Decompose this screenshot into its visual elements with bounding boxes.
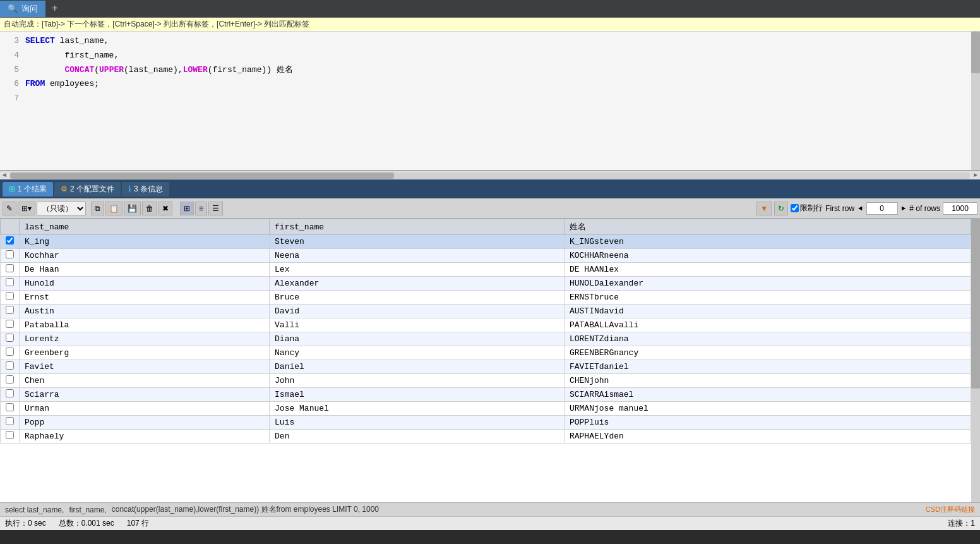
table-row[interactable]: PoppLuisPOPPluis [1,416,971,430]
first-name-cell: Ismael [270,388,565,402]
rows-input[interactable] [943,202,977,215]
row-checkbox-cell [1,277,20,291]
row-checkbox[interactable] [6,292,14,300]
concat-cell: FAVIETdaniel [564,360,971,374]
toolbar-mode-btn[interactable]: ⊞▾ [18,202,35,215]
row-checkbox[interactable] [6,348,14,356]
first-row-prev[interactable]: ◄ [857,203,864,214]
status-bar: select last_name, first_name, concat(upp… [0,502,980,516]
editor-vscroll[interactable] [971,32,980,170]
toolbar-paste-btn[interactable]: 📋 [105,202,122,215]
toolbar-save-btn[interactable]: 💾 [124,202,141,215]
row-checkbox[interactable] [6,278,14,286]
row-checkbox[interactable] [6,375,14,384]
connection-info: 连接：1 [948,518,975,529]
toolbar-list-btn[interactable]: ≡ [195,202,207,215]
concat-cell: LORENTZdiana [564,332,971,346]
concat-cell: RAPHAELYden [564,430,971,444]
status-watermark: CSD注释码链接 [926,505,975,514]
line-content: CONCAT(UPPER(last_name),LOWER(first_name… [25,64,293,77]
editor-hscroll[interactable]: ◄ ► [0,171,980,179]
first-name-cell: John [270,374,565,388]
table-row[interactable]: FavietDanielFAVIETdaniel [1,360,971,374]
row-checkbox[interactable] [6,389,14,397]
tab-results[interactable]: ⊞ 1 个结果 [3,182,53,196]
line-content: first_name, [25,49,119,63]
row-checkbox[interactable] [6,334,14,342]
row-checkbox-cell [1,416,20,430]
last-name-cell: Chen [20,374,270,388]
new-tab-button[interactable]: + [45,1,64,17]
col-header-concat[interactable]: 姓名 [564,219,971,235]
row-checkbox-cell [1,263,20,277]
row-checkbox-cell [1,374,20,388]
line-number: 3 [0,35,25,48]
toolbar-edit-btn[interactable]: ✎ [3,202,16,215]
sql-line: 7 [0,92,980,106]
toolbar-grid-btn[interactable]: ⊞ [180,202,194,215]
sql-editor[interactable]: 3SELECT last_name,4 first_name,5 CONCAT(… [0,32,980,171]
col-header-check [1,219,20,235]
refresh-btn[interactable]: ↻ [774,202,788,215]
concat-cell: POPPluis [564,416,971,430]
row-checkbox[interactable] [6,431,14,439]
row-checkbox[interactable] [6,403,14,411]
first-name-cell: Den [270,430,565,444]
row-checkbox[interactable] [6,236,14,245]
line-content: FROM employees; [25,78,99,91]
row-checkbox[interactable] [6,417,14,425]
row-checkbox[interactable] [6,320,14,328]
first-row-input[interactable] [866,202,898,215]
tab-info[interactable]: ℹ 3 条信息 [122,182,169,196]
table-row[interactable]: RaphaelyDenRAPHAELYden [1,430,971,444]
row-checkbox[interactable] [6,361,14,370]
query-tab[interactable]: 🔍 询问 [0,1,45,17]
readonly-select[interactable]: （只读） [37,202,86,215]
filter-btn[interactable]: ▼ [756,202,772,215]
code-token: first_name, [25,51,119,60]
line-number: 5 [0,64,25,77]
table-row[interactable]: HunoldAlexanderHUNOLDalexander [1,277,971,291]
data-table-container[interactable]: last_name first_name 姓名 K_ingStevenK_ING… [0,219,971,502]
row-checkbox-cell [1,318,20,332]
line-number: 7 [0,92,25,106]
table-row[interactable]: LorentzDianaLORENTZdiana [1,332,971,346]
table-row[interactable]: K_ingStevenK_INGsteven [1,235,971,249]
first-name-cell: Lex [270,263,565,277]
toolbar-copy-btn[interactable]: ⧉ [91,202,104,215]
first-row-next[interactable]: ► [900,203,907,214]
line-number: 4 [0,49,25,63]
first-row-label: First row [825,204,854,213]
tab-config[interactable]: ⚙ 2 个配置文件 [54,182,121,196]
code-token: last_name, [60,36,109,45]
table-row[interactable]: GreenbergNancyGREENBERGnancy [1,346,971,360]
row-checkbox[interactable] [6,250,14,258]
config-tab-icon: ⚙ [61,184,68,193]
table-vscroll[interactable] [971,219,980,502]
concat-cell: CHENjohn [564,374,971,388]
col-header-last-name[interactable]: last_name [20,219,270,235]
first-name-cell: Neena [270,249,565,263]
table-row[interactable]: KochharNeenaKOCHHARneena [1,249,971,263]
concat-cell: HUNOLDalexander [564,277,971,291]
row-checkbox[interactable] [6,306,14,314]
toolbar-clear-btn[interactable]: ✖ [158,202,172,215]
sql-line: 5 CONCAT(UPPER(last_name),LOWER(first_na… [0,63,980,78]
info-tab-icon: ℹ [128,184,131,193]
table-row[interactable]: ErnstBruceERNSTbruce [1,291,971,305]
first-name-cell: Valli [270,318,565,332]
table-row[interactable]: ChenJohnCHENjohn [1,374,971,388]
limit-checkbox[interactable] [791,204,799,212]
table-row[interactable]: De HaanLexDE HAANlex [1,263,971,277]
sql-line: 4 first_name, [0,49,980,63]
table-row[interactable]: SciarraIsmaelSCIARRAismael [1,388,971,402]
toolbar-delete-btn[interactable]: 🗑 [142,202,157,215]
table-row[interactable]: PataballaValliPATABALLAvalli [1,318,971,332]
toolbar-detail-btn[interactable]: ☰ [208,202,223,215]
table-row[interactable]: AustinDavidAUSTINdavid [1,305,971,318]
row-checkbox[interactable] [6,264,14,272]
last-name-cell: K_ing [20,235,270,249]
table-row[interactable]: UrmanJose ManuelURMANjose manuel [1,402,971,416]
col-header-first-name[interactable]: first_name [270,219,565,235]
first-name-cell: Steven [270,235,565,249]
